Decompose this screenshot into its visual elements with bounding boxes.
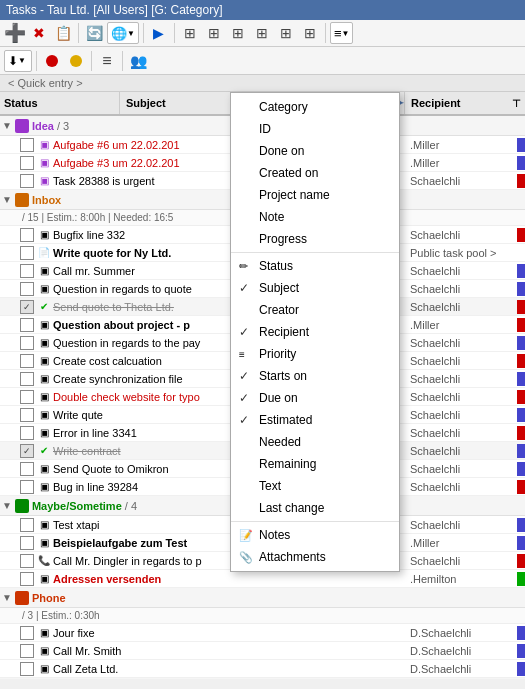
row-checkbox[interactable]: [20, 318, 34, 332]
row-checkbox[interactable]: [20, 462, 34, 476]
menu-label-dueon: Due on: [259, 391, 298, 405]
menu-item-doneon[interactable]: Done on: [231, 140, 399, 162]
row-checkbox[interactable]: [20, 300, 34, 314]
task-icon: 📞: [37, 554, 51, 568]
row-checkbox[interactable]: [20, 426, 34, 440]
menu-item-needed[interactable]: Needed: [231, 431, 399, 453]
menu-item-createdon[interactable]: Created on: [231, 162, 399, 184]
add-btn[interactable]: ➕: [4, 22, 26, 44]
row-checkbox[interactable]: [20, 444, 34, 458]
menu-item-creator[interactable]: Creator: [231, 299, 399, 321]
table-row[interactable]: ▣ Adressen versenden .Hemilton: [0, 570, 525, 588]
check-recipient: ✓: [239, 325, 249, 339]
row-checkbox[interactable]: [20, 390, 34, 404]
group-triangle-maybe: ▼: [2, 500, 12, 511]
check-estimated: ✓: [239, 413, 249, 427]
task-icon: ▣: [37, 408, 51, 422]
group-phone[interactable]: ▼ Phone: [0, 588, 525, 608]
row-checkbox[interactable]: [20, 354, 34, 368]
copy-btn[interactable]: 📋: [52, 22, 74, 44]
table-row[interactable]: ▣ Call Mr. Smith D.Schaelchli: [0, 642, 525, 660]
grid3-btn[interactable]: ⊞: [227, 22, 249, 44]
group-todo[interactable]: ▼ To-Do in the office: [0, 678, 525, 679]
recipient-name: Schaelchli: [410, 229, 460, 241]
row-checkbox[interactable]: [20, 246, 34, 260]
sep3: [174, 23, 175, 43]
menu-item-subject[interactable]: ✓ Subject: [231, 277, 399, 299]
row-flag: [517, 626, 525, 640]
recipient-name: Schaelchli: [410, 463, 460, 475]
task-icon: ▣: [37, 282, 51, 296]
table-row[interactable]: ▣ Jour fixe D.Schaelchli: [0, 624, 525, 642]
menu-item-remaining[interactable]: Remaining: [231, 453, 399, 475]
row-flag: [517, 426, 525, 440]
row-checkbox[interactable]: [20, 480, 34, 494]
recipient-name: Schaelchli: [410, 373, 460, 385]
recipient-name: Schaelchli: [410, 337, 460, 349]
menu-item-id[interactable]: ID: [231, 118, 399, 140]
grid5-btn[interactable]: ⊞: [275, 22, 297, 44]
menu-item-notes[interactable]: 📝 Notes: [231, 524, 399, 546]
grid6-btn[interactable]: ⊞: [299, 22, 321, 44]
view-dropdown[interactable]: 🌐▼: [107, 22, 139, 44]
quick-entry-bar[interactable]: < Quick entry >: [0, 75, 525, 92]
row-checkbox[interactable]: [20, 644, 34, 658]
color2-btn[interactable]: [65, 50, 87, 72]
task-icon: ✔: [37, 444, 51, 458]
row-checkbox[interactable]: [20, 408, 34, 422]
menu-item-startson[interactable]: ✓ Starts on: [231, 365, 399, 387]
row-checkbox[interactable]: [20, 174, 34, 188]
task-icon: ▣: [37, 462, 51, 476]
menu-item-note[interactable]: Note: [231, 206, 399, 228]
users-btn[interactable]: 👥: [127, 50, 149, 72]
filter-dropdown[interactable]: ⬇▼: [4, 50, 32, 72]
view-toggle-btn[interactable]: ≡: [96, 50, 118, 72]
play-btn[interactable]: ▶: [148, 22, 170, 44]
menu-item-attachments[interactable]: 📎 Attachments: [231, 546, 399, 568]
recipient-sort-icon: ⊤: [512, 98, 521, 109]
menu-item-dueon[interactable]: ✓ Due on: [231, 387, 399, 409]
menu-item-estimated[interactable]: ✓ Estimated: [231, 409, 399, 431]
menu-item-status[interactable]: ✏ Status: [231, 255, 399, 277]
row-checkbox[interactable]: [20, 536, 34, 550]
check-subject: ✓: [239, 281, 249, 295]
sep5: [36, 51, 37, 71]
layout-dropdown[interactable]: ≡▼: [330, 22, 354, 44]
task-icon: ▣: [37, 264, 51, 278]
menu-item-category[interactable]: Category: [231, 96, 399, 118]
delete-btn[interactable]: ✖: [28, 22, 50, 44]
recipient-name: Schaelchli: [410, 265, 460, 277]
menu-item-text[interactable]: Text: [231, 475, 399, 497]
recipient-name: .Miller: [410, 319, 439, 331]
grid4-btn[interactable]: ⊞: [251, 22, 273, 44]
recipient-col-header[interactable]: Recipient ⊤: [405, 92, 525, 114]
grid2-btn[interactable]: ⊞: [203, 22, 225, 44]
grid1-btn[interactable]: ⊞: [179, 22, 201, 44]
task-icon: ▣: [37, 480, 51, 494]
row-checkbox[interactable]: [20, 626, 34, 640]
row-checkbox[interactable]: [20, 264, 34, 278]
menu-label-status: Status: [259, 259, 293, 273]
row-checkbox[interactable]: [20, 138, 34, 152]
row-checkbox[interactable]: [20, 554, 34, 568]
refresh-btn[interactable]: 🔄: [83, 22, 105, 44]
recipient-name: .Miller: [410, 537, 439, 549]
row-flag: [517, 572, 525, 586]
row-recipient: Schaelchli: [410, 336, 525, 350]
row-checkbox[interactable]: [20, 662, 34, 676]
row-checkbox[interactable]: [20, 372, 34, 386]
row-checkbox[interactable]: [20, 336, 34, 350]
row-checkbox[interactable]: [20, 572, 34, 586]
table-row[interactable]: ▣ Call Zeta Ltd. D.Schaelchli: [0, 660, 525, 678]
row-checkbox[interactable]: [20, 282, 34, 296]
status-col-header[interactable]: Status: [0, 92, 120, 114]
color-btn[interactable]: [41, 50, 63, 72]
menu-item-recipient[interactable]: ✓ Recipient: [231, 321, 399, 343]
menu-item-lastchange[interactable]: Last change: [231, 497, 399, 519]
menu-item-progress[interactable]: Progress: [231, 228, 399, 250]
menu-item-projectname[interactable]: Project name: [231, 184, 399, 206]
row-checkbox[interactable]: [20, 518, 34, 532]
menu-item-priority[interactable]: ≡ Priority: [231, 343, 399, 365]
row-checkbox[interactable]: [20, 228, 34, 242]
row-checkbox[interactable]: [20, 156, 34, 170]
